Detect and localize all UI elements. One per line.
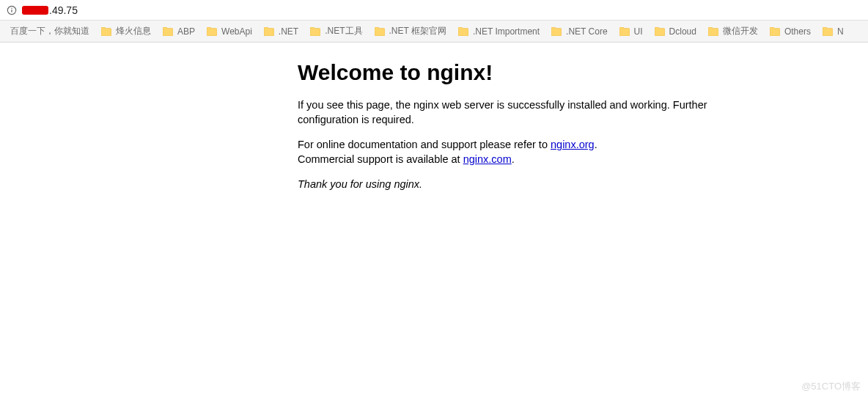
bookmark-label: 微信开发 [723,25,758,37]
folder-icon [264,27,274,36]
bm-wechat-dev[interactable]: 微信开发 [702,22,764,41]
page-title: Welcome to nginx! [298,60,730,85]
address-bar: .49.75 [0,0,868,21]
page-content: Welcome to nginx! If you see this page, … [298,60,730,192]
p2-end: . [512,153,515,165]
url-text[interactable]: .49.75 [49,4,78,16]
folder-icon [375,27,385,36]
bookmark-label: 百度一下，你就知道 [10,25,89,37]
bookmark-label: N [837,26,844,37]
link-nginx-com[interactable]: nginx.com [463,153,512,165]
bm-ui[interactable]: UI [614,22,649,41]
bm-dotnet-importment[interactable]: .NET Importment [452,22,545,41]
bookmark-label: .NET工具 [325,25,362,37]
folder-icon [708,27,718,36]
folder-icon [551,27,562,36]
p2-mid: . [595,139,597,150]
bookmark-label: .NET 框架官网 [389,25,446,37]
bookmark-label: Dcloud [669,26,696,37]
bookmark-label: .NET Importment [473,26,540,37]
watermark-text: @51CTO博客 [801,380,861,393]
link-nginx-org[interactable]: nginx.org [551,139,595,150]
svg-rect-1 [11,10,12,12]
bookmarks-bar: 百度一下，你就知道烽火信息ABPWebApi.NET.NET工具.NET 框架官… [0,21,868,43]
bm-abp[interactable]: ABP [157,22,201,41]
bookmark-label: .NET Core [566,26,607,37]
paragraph-thanks: Thank you for using nginx. [298,177,730,192]
folder-icon [823,27,833,36]
folder-icon [770,27,780,36]
paragraph-installed: If you see this page, the nginx web serv… [298,98,730,127]
bm-dotnet-tools[interactable]: .NET工具 [304,22,368,41]
folder-icon [163,27,173,36]
bm-n-partial[interactable]: N [817,22,850,41]
bm-baidu[interactable]: 百度一下，你就知道 [4,22,95,41]
bookmark-label: ABP [177,26,195,37]
bm-dotnet-framework[interactable]: .NET 框架官网 [369,22,452,41]
bookmark-label: 烽火信息 [116,25,151,37]
bm-others[interactable]: Others [764,22,817,41]
bookmark-label: Others [784,26,811,37]
bookmark-label: WebApi [221,26,252,37]
bm-fenghuo[interactable]: 烽火信息 [95,22,157,41]
folder-icon [310,27,320,36]
folder-icon [655,27,665,36]
bm-webapi[interactable]: WebApi [201,22,258,41]
svg-rect-2 [11,7,12,8]
paragraph-docs: For online documentation and support ple… [298,138,730,166]
bm-dotnet-core[interactable]: .NET Core [545,22,613,41]
info-icon[interactable] [6,4,18,16]
p2-pre: For online documentation and support ple… [298,139,551,150]
p2-after: Commercial support is available at [298,153,463,165]
bookmark-label: .NET [279,26,298,37]
bookmark-label: UI [634,26,643,37]
redacted-ip-portion [22,6,48,15]
bm-dcloud[interactable]: Dcloud [649,22,702,41]
folder-icon [207,27,217,36]
folder-icon [619,27,630,36]
folder-icon [458,27,468,36]
folder-icon [101,27,111,36]
bm-dotnet[interactable]: .NET [258,22,304,41]
